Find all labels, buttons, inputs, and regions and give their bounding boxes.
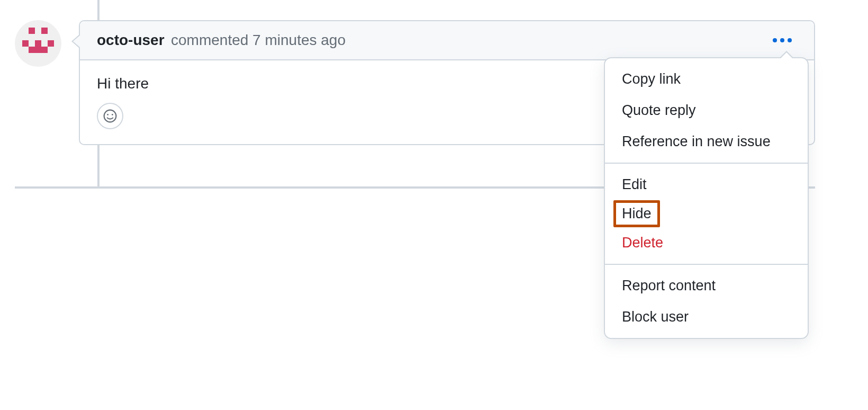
menu-item-edit[interactable]: Edit [605,169,808,200]
avatar[interactable] [15,20,61,67]
menu-item-quote-reply[interactable]: Quote reply [605,95,808,126]
menu-item-report-content[interactable]: Report content [605,270,808,301]
kebab-horizontal-icon [772,37,793,43]
comment-attribution: octo-user commented 7 minutes ago [97,32,346,49]
smiley-icon [103,109,117,123]
svg-point-2 [788,38,792,42]
menu-item-delete[interactable]: Delete [605,227,808,259]
comment-header: octo-user commented 7 minutes ago [80,21,814,60]
comment-author[interactable]: octo-user [97,32,165,48]
menu-divider [605,264,808,265]
comment-action-text: commented 7 minutes ago [171,32,346,48]
add-reaction-button[interactable] [97,103,123,129]
kebab-menu-button[interactable] [767,34,797,47]
comment-actions-dropdown: Copy link Quote reply Reference in new i… [604,57,809,339]
menu-item-block-user[interactable]: Block user [605,301,808,333]
svg-point-4 [107,114,108,115]
menu-divider [605,163,808,164]
svg-point-1 [780,38,784,42]
svg-point-3 [104,110,116,122]
menu-item-copy-link[interactable]: Copy link [605,64,808,95]
menu-item-hide[interactable]: Hide [613,200,660,227]
menu-item-reference-new-issue[interactable]: Reference in new issue [605,126,808,157]
svg-point-0 [773,38,777,42]
svg-point-5 [112,114,113,115]
